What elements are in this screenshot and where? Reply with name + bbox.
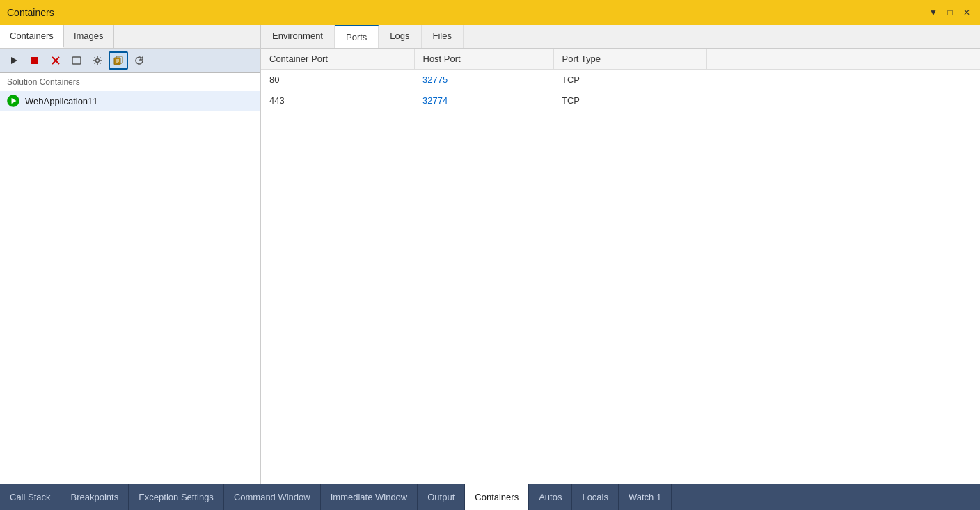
bottom-tab-output[interactable]: Output [418, 484, 465, 510]
cell-container-port: 80 [261, 70, 414, 90]
table-row: 44332774TCP [261, 90, 980, 111]
bottom-tab-call-stack[interactable]: Call Stack [0, 484, 61, 510]
section-label: Solution Containers [0, 73, 260, 91]
stop-button[interactable] [25, 51, 45, 70]
tab-containers[interactable]: Containers [0, 25, 64, 48]
refresh-icon [134, 56, 144, 65]
bottom-tab-locals[interactable]: Locals [572, 484, 619, 510]
tab-environment[interactable]: Environment [261, 25, 335, 48]
bottom-tab-command-window[interactable]: Command Window [224, 484, 321, 510]
svg-rect-4 [72, 57, 81, 64]
cell-port-type: TCP [553, 70, 706, 90]
col-header-port-type: Port Type [553, 49, 706, 70]
container-name: WebApplication11 [25, 96, 98, 106]
cell-extra [706, 90, 980, 111]
cell-container-port: 443 [261, 90, 414, 111]
svg-point-5 [96, 59, 100, 63]
table-header-row: Container Port Host Port Port Type [261, 49, 980, 70]
bottom-tab-immediate-window[interactable]: Immediate Window [321, 484, 418, 510]
tab-images[interactable]: Images [64, 25, 114, 48]
tab-logs[interactable]: Logs [379, 25, 421, 48]
delete-button[interactable] [46, 51, 65, 70]
copy-env-button[interactable] [109, 51, 128, 70]
cell-extra [706, 70, 980, 90]
main-area: Containers Images [0, 25, 980, 484]
x-icon [52, 56, 60, 65]
close-btn[interactable]: ✕ [961, 6, 973, 19]
stop-icon [31, 56, 39, 65]
running-icon [7, 95, 19, 107]
col-header-extra [706, 49, 980, 70]
tab-ports[interactable]: Ports [335, 25, 379, 48]
play-icon [9, 56, 19, 65]
restore-btn[interactable]: □ [944, 6, 956, 19]
svg-marker-0 [11, 57, 17, 64]
col-header-host-port: Host Port [414, 49, 553, 70]
right-panel: Environment Ports Logs Files Container P… [261, 25, 980, 484]
content-tabs: Environment Ports Logs Files [261, 25, 980, 49]
ports-table: Container Port Host Port Port Type 80327… [261, 49, 980, 111]
bottom-tab-breakpoints[interactable]: Breakpoints [61, 484, 129, 510]
start-button[interactable] [4, 51, 24, 70]
tab-files[interactable]: Files [422, 25, 464, 48]
terminal-button[interactable] [67, 51, 86, 70]
dropdown-arrow-btn[interactable]: ▼ [927, 6, 940, 19]
copy-icon [113, 56, 123, 65]
svg-rect-1 [31, 57, 38, 64]
refresh-button[interactable] [129, 51, 149, 70]
bottom-tab-exception-settings[interactable]: Exception Settings [129, 484, 224, 510]
bottom-tab-autos[interactable]: Autos [529, 484, 572, 510]
gear-icon [93, 56, 102, 65]
title-bar: Containers ▼ □ ✕ [0, 0, 980, 25]
table-row: 8032775TCP [261, 70, 980, 90]
window-controls: ▼ □ ✕ [927, 6, 973, 19]
cell-port-type: TCP [553, 90, 706, 111]
bottom-tab-containers[interactable]: Containers [465, 484, 529, 510]
col-header-container-port: Container Port [261, 49, 414, 70]
window-title: Containers [7, 7, 54, 18]
panel-tabs: Containers Images [0, 25, 260, 49]
left-panel: Containers Images [0, 25, 261, 484]
table-wrapper: Container Port Host Port Port Type 80327… [261, 49, 980, 484]
toolbar [0, 49, 260, 73]
bottom-tabs: Call StackBreakpointsException SettingsC… [0, 484, 980, 510]
cell-host-port[interactable]: 32774 [414, 90, 553, 111]
cell-host-port[interactable]: 32775 [414, 70, 553, 90]
list-item[interactable]: WebApplication11 [0, 91, 260, 111]
settings-button[interactable] [88, 51, 107, 70]
bottom-tab-watch-1[interactable]: Watch 1 [619, 484, 672, 510]
terminal-icon [72, 56, 81, 65]
